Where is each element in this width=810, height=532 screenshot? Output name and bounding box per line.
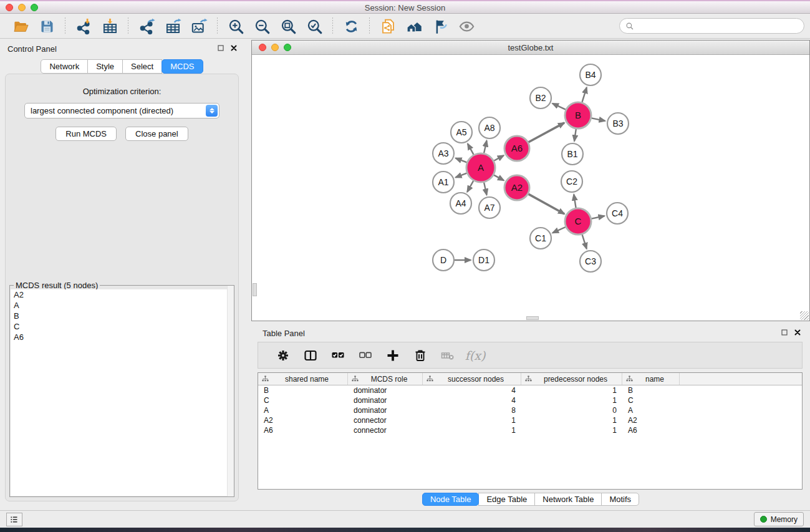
edge-C-C3[interactable] xyxy=(582,235,587,249)
mcds-result-item[interactable]: C xyxy=(11,321,233,332)
mcds-result-item[interactable]: A2 xyxy=(11,289,233,300)
export-table-icon[interactable] xyxy=(163,16,183,36)
cell-successor-nodes[interactable]: 4 xyxy=(423,386,521,395)
mcds-result-item[interactable]: A xyxy=(11,300,233,311)
zoom-in-icon[interactable] xyxy=(226,16,246,36)
tab-motifs[interactable]: Motifs xyxy=(601,493,639,506)
select-all-icon[interactable] xyxy=(329,346,347,365)
mcds-result-list[interactable]: A2ABCA6 xyxy=(11,289,233,496)
float-panel-icon[interactable] xyxy=(217,44,224,52)
cell-name[interactable]: C xyxy=(622,396,680,405)
cell-successor-nodes[interactable]: 1 xyxy=(423,426,521,435)
network-overview-icon[interactable] xyxy=(404,16,424,36)
close-panel-button[interactable]: Close panel xyxy=(125,127,188,141)
cell-predecessor-nodes[interactable]: 1 xyxy=(521,396,622,405)
float-table-panel-icon[interactable] xyxy=(781,329,788,336)
cell-predecessor-nodes[interactable]: 1 xyxy=(521,426,622,435)
cell-shared-name[interactable]: B xyxy=(258,386,348,395)
splitter-grip-vertical[interactable] xyxy=(253,283,257,296)
export-network-icon[interactable] xyxy=(137,16,157,36)
hide-panels-icon[interactable] xyxy=(430,16,450,36)
table-row[interactable]: Adominator80A xyxy=(258,405,802,415)
delete-table-icon[interactable] xyxy=(438,346,457,365)
column-header-name[interactable]: name xyxy=(622,373,680,385)
edge-C-C4[interactable] xyxy=(592,216,605,218)
edge-A-A4[interactable] xyxy=(467,181,473,192)
deselect-all-icon[interactable] xyxy=(356,346,375,365)
column-header-predecessor-nodes[interactable]: predecessor nodes xyxy=(521,373,622,385)
optimization-criterion-dropdown[interactable]: largest connected component (directed) xyxy=(24,103,219,118)
table-row[interactable]: A2connector11A2 xyxy=(258,415,802,425)
tab-node-table[interactable]: Node Table xyxy=(422,493,480,506)
open-session-icon[interactable] xyxy=(11,16,31,36)
cell-name[interactable]: A6 xyxy=(622,426,680,435)
search-input[interactable] xyxy=(637,20,804,32)
import-table-icon[interactable] xyxy=(100,16,120,36)
cell-MCDS-role[interactable]: dominator xyxy=(348,406,423,415)
edge-A-A3[interactable] xyxy=(456,158,467,163)
edge-A-A8[interactable] xyxy=(484,141,486,153)
cell-shared-name[interactable]: A2 xyxy=(258,416,348,425)
cell-predecessor-nodes[interactable]: 0 xyxy=(521,406,622,415)
cell-shared-name[interactable]: C xyxy=(258,396,348,405)
cell-MCDS-role[interactable]: dominator xyxy=(348,396,423,405)
memory-button[interactable]: Memory xyxy=(754,512,804,526)
cell-name[interactable]: B xyxy=(622,386,680,395)
tab-network[interactable]: Network xyxy=(41,59,88,74)
cell-name[interactable]: A2 xyxy=(622,416,680,425)
delete-column-icon[interactable] xyxy=(411,346,430,365)
cell-MCDS-role[interactable]: connector xyxy=(348,426,423,435)
network-canvas[interactable]: AA6A2BCA5A8A3A1A4A7B2B4B3B1C2C4C1C3DD1 xyxy=(252,55,809,321)
tab-style[interactable]: Style xyxy=(87,59,123,74)
window-resize-grip[interactable] xyxy=(800,311,809,320)
edge-A-A7[interactable] xyxy=(484,182,486,195)
mcds-result-item[interactable]: A6 xyxy=(11,332,233,342)
tab-edge-table[interactable]: Edge Table xyxy=(478,493,535,506)
node-table[interactable]: shared nameMCDS rolesuccessor nodesprede… xyxy=(258,372,803,490)
zoom-fit-icon[interactable] xyxy=(278,16,298,36)
edge-C-C2[interactable] xyxy=(574,195,576,208)
edge-C-C1[interactable] xyxy=(552,227,566,233)
refresh-layout-icon[interactable] xyxy=(341,16,361,36)
import-network-icon[interactable] xyxy=(74,16,94,36)
add-column-icon[interactable] xyxy=(383,346,402,365)
show-panels-icon[interactable] xyxy=(456,16,476,36)
edge-A2-C[interactable] xyxy=(528,194,564,214)
edge-B-B1[interactable] xyxy=(574,129,576,141)
edge-B-B3[interactable] xyxy=(592,118,605,120)
edge-A6-B[interactable] xyxy=(528,123,564,142)
close-panel-icon[interactable] xyxy=(230,44,238,52)
split-view-icon[interactable] xyxy=(301,346,320,365)
network-graph[interactable]: AA6A2BCA5A8A3A1A4A7B2B4B3B1C2C4C1C3DD1 xyxy=(252,55,809,321)
table-row[interactable]: Cdominator41C xyxy=(258,395,802,405)
edge-A-A2[interactable] xyxy=(494,175,504,181)
cell-successor-nodes[interactable]: 8 xyxy=(423,406,521,415)
edge-B-B2[interactable] xyxy=(552,104,566,110)
cell-predecessor-nodes[interactable]: 1 xyxy=(521,416,622,425)
edge-A-A5[interactable] xyxy=(468,143,474,154)
tab-network-table[interactable]: Network Table xyxy=(534,493,602,506)
clone-network-icon[interactable] xyxy=(378,16,398,36)
tab-mcds[interactable]: MCDS xyxy=(162,59,203,74)
network-window-titlebar[interactable]: testGlobe.txt xyxy=(252,41,809,55)
run-mcds-button[interactable]: Run MCDS xyxy=(55,127,117,141)
edge-A-A6[interactable] xyxy=(494,155,504,160)
cell-successor-nodes[interactable]: 1 xyxy=(423,416,521,425)
task-history-button[interactable] xyxy=(6,513,22,526)
edge-B-B4[interactable] xyxy=(582,87,586,102)
tab-select[interactable]: Select xyxy=(122,59,162,74)
cell-shared-name[interactable]: A6 xyxy=(258,426,348,435)
cell-shared-name[interactable]: A xyxy=(258,406,348,415)
column-header-shared-name[interactable]: shared name xyxy=(258,373,348,385)
table-row[interactable]: A6connector11A6 xyxy=(258,425,802,435)
column-header-MCDS-role[interactable]: MCDS role xyxy=(348,373,423,385)
cell-successor-nodes[interactable]: 4 xyxy=(423,396,521,405)
mcds-result-item[interactable]: B xyxy=(11,311,233,321)
mcds-result-scrollbar[interactable] xyxy=(227,286,234,496)
cell-name[interactable]: A xyxy=(622,406,680,415)
function-builder-icon[interactable]: f(x) xyxy=(466,346,485,365)
edge-A-A1[interactable] xyxy=(456,173,467,178)
splitter-grip-horizontal[interactable] xyxy=(526,316,539,320)
column-header-successor-nodes[interactable]: successor nodes xyxy=(423,373,521,385)
cell-MCDS-role[interactable]: dominator xyxy=(348,386,423,395)
